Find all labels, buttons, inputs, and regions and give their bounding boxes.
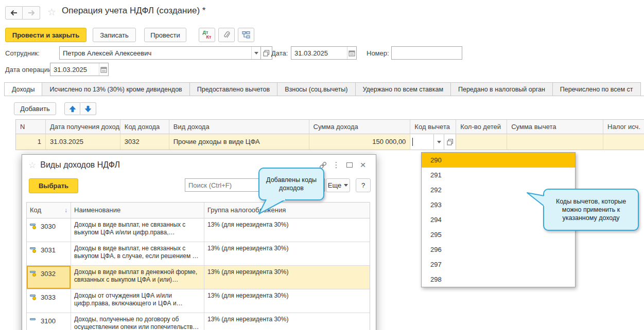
tab[interactable]: Передано в налоговый орган <box>451 82 553 96</box>
cell-tax[interactable] <box>603 134 644 150</box>
chevron-down-icon <box>344 184 348 187</box>
kind-group-cell[interactable]: 13% (для нерезидента 30%) <box>204 266 370 289</box>
operation-date-calendar-button[interactable] <box>99 63 108 76</box>
close-button[interactable]: × <box>356 159 370 171</box>
deduction-open-button[interactable] <box>444 134 456 150</box>
favorite-star-icon[interactable]: ☆ <box>47 7 56 17</box>
column-header-tax[interactable]: Налог исч. <box>603 120 644 134</box>
write-button[interactable]: Записать <box>93 28 136 42</box>
kind-name-cell[interactable]: Доходы в виде выплат, не связанных с вык… <box>71 242 204 266</box>
tab[interactable]: Исчислено по 13% (30%) кроме дивидендов <box>42 82 189 96</box>
income-kind-row[interactable]: 3033 Доходы от отчуждения ЦФА и/или цифр… <box>27 289 370 313</box>
cell-date[interactable]: 31.03.2025 <box>46 134 120 150</box>
more-button[interactable]: Еще <box>326 178 350 192</box>
operation-date-label: Дата операции: <box>5 66 54 74</box>
kind-name-cell[interactable]: Доходы, полученные по договору об осущес… <box>71 313 204 330</box>
kind-code-cell[interactable]: 3030 <box>27 218 71 242</box>
cell-deduction-amount[interactable] <box>507 134 603 150</box>
select-button[interactable]: Выбрать <box>29 178 78 193</box>
column-header-amount[interactable]: Сумма дохода <box>309 120 411 134</box>
employee-dropdown-button[interactable] <box>251 47 260 59</box>
income-kinds-header: Код ↓ Наименование Группа налогообложени… <box>27 203 370 218</box>
up-arrow-icon <box>69 105 76 113</box>
tab[interactable]: Взносы (соц.вычеты) <box>277 82 355 96</box>
column-header-income-code[interactable]: Код дохода <box>120 120 169 134</box>
tab[interactable]: Предоставлено вычетов <box>190 82 277 96</box>
number-field <box>391 46 462 60</box>
catalog-item-icon <box>30 224 37 229</box>
column-header-date[interactable]: Дата получения дохода <box>46 120 120 134</box>
kind-group-cell[interactable]: 13% (для нерезидента 30%) <box>204 289 370 313</box>
cell-income-code[interactable]: 3032 <box>120 134 169 150</box>
kind-code-cell[interactable]: 3031 <box>27 242 71 266</box>
back-button[interactable] <box>5 6 23 20</box>
tab[interactable]: Перечислено по всем ст <box>553 82 641 96</box>
deduction-code-input[interactable] <box>410 134 433 150</box>
number-input[interactable] <box>392 47 462 59</box>
income-table-row[interactable]: 1 31.03.2025 3032 Прочие доходы в виде Ц… <box>16 134 644 150</box>
catalog-item-icon <box>30 318 37 324</box>
post-button[interactable]: Провести <box>144 28 186 42</box>
attachments-button[interactable] <box>218 28 235 42</box>
cell-children[interactable] <box>456 134 507 150</box>
forward-button[interactable] <box>23 6 40 20</box>
kind-code-cell[interactable]: 3033 <box>27 289 71 313</box>
kind-group-cell[interactable]: 13% (для нерезидента 30%) <box>204 313 370 330</box>
column-header-n[interactable]: N <box>16 120 46 134</box>
income-kinds-rows: 3030 Доходы в виде выплат, не связанных … <box>27 218 370 330</box>
column-header-income-kind[interactable]: Вид дохода <box>169 120 309 134</box>
date-calendar-button[interactable] <box>347 47 356 59</box>
operation-date-input[interactable] <box>50 63 99 76</box>
deduction-code-option[interactable]: 296 <box>422 242 575 257</box>
post-and-close-button[interactable]: Провести и закрыть <box>5 28 86 42</box>
deduction-code-option[interactable]: 291 <box>422 168 575 182</box>
kind-name-cell[interactable]: Доходы в виде выплат, не связанных с вык… <box>71 218 204 242</box>
income-table-header: N Дата получения дохода Код дохода Вид д… <box>16 120 644 134</box>
paperclip-icon <box>222 31 231 39</box>
kind-group-cell[interactable]: 13% (для нерезидента 30%) <box>204 218 370 242</box>
number-label: Номер: <box>367 49 389 57</box>
kind-name-cell[interactable]: Доходы от отчуждения ЦФА и/или цифр.прав… <box>71 289 204 313</box>
employee-input[interactable] <box>60 47 251 59</box>
catalog-item-icon <box>30 247 37 253</box>
column-header-deduction-code[interactable]: Код вычета <box>410 120 456 134</box>
cell-income-kind[interactable]: Прочие доходы в виде ЦФА <box>169 134 309 150</box>
column-header-name[interactable]: Наименование <box>71 203 204 218</box>
income-kind-row[interactable]: 3030 Доходы в виде выплат, не связанных … <box>27 218 370 242</box>
debit-credit-button[interactable]: Дт Кт <box>199 28 215 42</box>
column-header-deduction-amount[interactable]: Сумма вычета <box>507 120 603 134</box>
tab[interactable]: Удержано по всем ставкам <box>356 82 451 96</box>
employee-open-button[interactable] <box>261 46 272 60</box>
column-header-children[interactable]: Кол-во детей <box>456 120 507 134</box>
related-documents-button[interactable] <box>238 28 254 42</box>
down-arrow-icon <box>84 105 92 113</box>
cell-amount[interactable]: 150 000,00 <box>309 134 411 150</box>
kind-group-cell[interactable]: 13% (для нерезидента 30%) <box>204 242 370 266</box>
column-header-code[interactable]: Код ↓ <box>27 203 71 218</box>
cell-deduction-code-editor[interactable] <box>410 134 456 150</box>
income-kind-row[interactable]: 3031 Доходы в виде выплат, не связанных … <box>27 242 370 266</box>
date-input[interactable] <box>291 47 347 59</box>
deduction-code-option[interactable]: 290 <box>422 153 575 168</box>
move-up-button[interactable] <box>64 102 80 115</box>
add-row-button[interactable]: Добавить <box>14 102 56 115</box>
forward-arrow-icon <box>27 9 36 16</box>
income-kind-row[interactable]: 3032 Доходы в виде выплат в денежной фор… <box>27 266 370 289</box>
kind-code-cell[interactable]: 3032 <box>27 266 71 289</box>
deduction-dropdown-button[interactable] <box>433 134 444 150</box>
tab[interactable]: Доходы <box>4 82 42 96</box>
window-menu-button[interactable]: ⋮ <box>329 159 343 171</box>
help-button[interactable]: ? <box>356 178 371 192</box>
callout-deduction-codes: Коды вычетов, которые можно применить к … <box>543 189 639 231</box>
kind-name-cell[interactable]: Доходы в виде выплат в денежной форме, с… <box>71 266 204 289</box>
income-kind-row[interactable]: 3100 Доходы, полученные по договору об о… <box>27 313 370 330</box>
kind-code-cell[interactable]: 3100 <box>27 313 71 330</box>
deduction-code-option[interactable]: 297 <box>422 257 575 272</box>
deduction-code-option[interactable]: 298 <box>422 272 575 287</box>
structure-icon <box>242 31 250 39</box>
favorite-star-icon[interactable]: ☆ <box>28 160 36 170</box>
maximize-button[interactable] <box>343 159 356 171</box>
callout-deduction-codes-tail <box>525 189 546 212</box>
cell-n[interactable]: 1 <box>16 134 46 150</box>
move-down-button[interactable] <box>80 102 96 115</box>
